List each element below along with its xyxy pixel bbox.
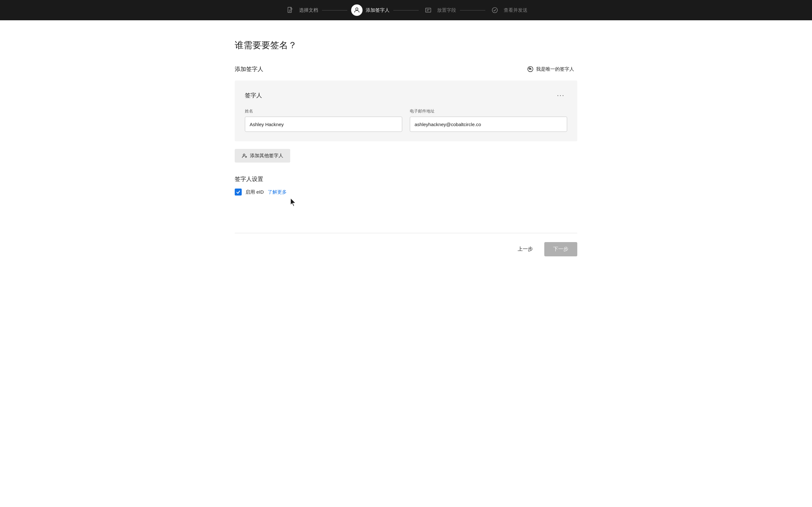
main-content: 谁需要要签名？ 添加签字人 我是唯一的签字人 签字人 ··· 姓名 [222,20,590,269]
checkmark-icon [236,190,241,194]
step-select-doc[interactable]: 选择文档 [282,4,321,16]
svg-point-7 [492,8,498,13]
fingerprint-icon [527,66,534,72]
signer-card-title: 签字人 [245,92,262,99]
email-form-group: 电子邮件地址 [410,108,567,132]
page-title: 谁需要要签名？ [235,39,577,51]
more-options-button[interactable]: ··· [554,90,567,101]
step-review-send[interactable]: 查看并发送 [487,4,530,16]
step-label-place-fields: 放置字段 [437,7,456,13]
only-signer-label: 我是唯一的签字人 [536,66,574,72]
next-button[interactable]: 下一步 [544,242,577,257]
eid-checkbox-row: 启用 eID 了解更多 [235,188,287,195]
step-label-select-doc: 选择文档 [299,7,318,13]
eid-row: 启用 eID 了解更多 [235,188,577,208]
learn-more-link[interactable]: 了解更多 [268,189,287,195]
name-label: 姓名 [245,108,402,114]
section-header: 添加签字人 我是唯一的签字人 [235,64,577,74]
bottom-navigation: 上一步 下一步 [235,233,577,257]
topbar: 选择文档 添加签字人 放置字段 [0,0,812,20]
settings-section: 签字人设置 启用 eID 了解更多 [235,175,577,208]
svg-rect-4 [426,8,431,12]
step-place-fields[interactable]: 放置字段 [420,4,459,16]
step-label-add-signer: 添加签字人 [366,7,390,13]
cursor-icon [289,198,298,208]
email-input[interactable] [410,117,567,132]
add-signers-label: 添加签字人 [235,65,263,73]
step-divider-3 [460,10,485,10]
name-form-group: 姓名 [245,108,402,132]
step-label-review-send: 查看并发送 [504,7,527,13]
email-label: 电子邮件地址 [410,108,567,114]
step-icon-person [351,4,362,16]
add-another-signer-button[interactable]: 添加其他签字人 [235,149,290,163]
svg-point-3 [356,8,358,10]
eid-checkbox[interactable] [235,188,242,195]
svg-point-8 [530,69,531,69]
svg-point-9 [243,154,245,156]
settings-title: 签字人设置 [235,175,577,183]
step-icon-doc [285,4,296,16]
prev-button[interactable]: 上一步 [513,243,538,256]
step-divider-1 [322,10,347,10]
signer-card-header: 签字人 ··· [245,90,567,101]
name-input[interactable] [245,117,402,132]
add-another-label: 添加其他签字人 [250,153,283,159]
step-icon-textbox [422,4,434,16]
eid-label: 启用 eID [246,189,264,195]
signer-card: 签字人 ··· 姓名 电子邮件地址 [235,80,577,141]
signer-form-row: 姓名 电子邮件地址 [245,108,567,132]
only-signer-button[interactable]: 我是唯一的签字人 [524,64,577,74]
step-icon-check-circle [489,4,501,16]
step-divider-2 [393,10,419,10]
add-person-icon [242,153,247,159]
step-add-signer[interactable]: 添加签字人 [349,4,392,16]
